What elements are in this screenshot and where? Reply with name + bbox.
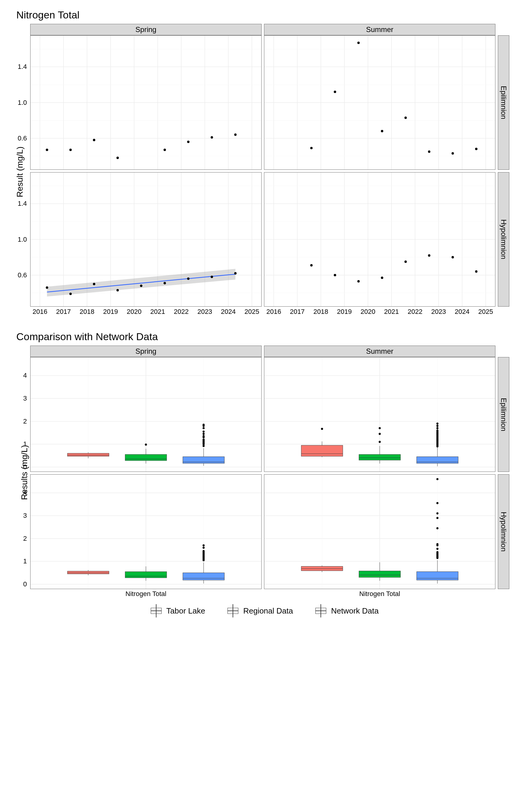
svg-point-127	[203, 439, 205, 441]
svg-point-70	[69, 293, 72, 295]
svg-point-132	[203, 427, 205, 429]
svg-point-71	[93, 283, 96, 285]
svg-rect-145	[301, 445, 343, 456]
svg-point-47	[428, 150, 430, 153]
svg-rect-217	[359, 571, 401, 577]
svg-point-72	[116, 289, 119, 291]
svg-point-130	[203, 433, 205, 435]
svg-point-227	[437, 551, 439, 553]
svg-point-100	[428, 255, 430, 257]
svg-rect-149	[359, 454, 401, 460]
svg-point-17	[46, 149, 48, 151]
svg-rect-116	[125, 454, 167, 460]
svg-point-174	[437, 423, 439, 425]
svg-point-118	[145, 444, 147, 446]
svg-rect-220	[417, 571, 458, 580]
svg-point-43	[334, 90, 336, 93]
chart2-container: Comparison with Network Data Results (mg…	[12, 331, 516, 589]
svg-point-131	[203, 430, 205, 432]
panel2-summer-epi	[264, 357, 496, 472]
facet-row-hypo: Hypolimnion	[498, 172, 509, 307]
facet2-row-hypo: Hypolimnion	[498, 474, 509, 589]
svg-point-122	[203, 445, 205, 447]
svg-point-152	[379, 433, 381, 435]
svg-point-24	[234, 134, 237, 136]
svg-point-45	[381, 130, 383, 132]
facet-row-epi: Epilimnion	[498, 35, 509, 170]
chart1-ylabel: Result (mg/L)	[15, 146, 25, 197]
legend: Tabor Lake Regional Data Network Data	[12, 604, 516, 617]
legend-regional: Regional Data	[226, 604, 293, 617]
xcat-sh: Nitrogen Total	[31, 590, 261, 598]
svg-rect-188	[125, 571, 167, 577]
panel2-spring-hypo: 01234 Nitrogen Total	[30, 474, 262, 589]
svg-rect-155	[417, 457, 458, 463]
svg-point-172	[437, 427, 439, 429]
svg-point-147	[321, 428, 323, 430]
svg-point-95	[310, 264, 313, 266]
svg-point-98	[381, 277, 383, 279]
svg-point-42	[310, 147, 313, 149]
svg-point-44	[357, 42, 360, 44]
svg-point-22	[187, 140, 189, 143]
svg-point-48	[451, 152, 454, 155]
xcat-suh: Nitrogen Total	[264, 590, 495, 598]
svg-point-19	[93, 139, 96, 141]
svg-rect-191	[183, 573, 224, 580]
svg-marker-67	[47, 269, 236, 297]
legend-network: Network Data	[314, 604, 379, 617]
svg-point-76	[210, 276, 213, 278]
facet2-col-summer: Summer	[264, 346, 496, 357]
svg-point-151	[379, 441, 381, 443]
svg-rect-120	[183, 457, 224, 463]
chart2-title: Comparison with Network Data	[16, 331, 516, 343]
panel2-summer-hypo: Nitrogen Total	[264, 474, 496, 589]
svg-point-23	[210, 136, 213, 139]
panel-summer-epi	[264, 35, 496, 170]
svg-point-129	[203, 435, 205, 437]
svg-point-18	[69, 149, 72, 151]
svg-point-201	[203, 550, 205, 552]
svg-point-153	[379, 427, 381, 429]
svg-point-134	[203, 424, 205, 426]
svg-point-101	[451, 256, 454, 259]
svg-point-233	[437, 512, 439, 514]
facet-col-spring: Spring	[30, 24, 262, 35]
svg-point-77	[234, 272, 237, 275]
chart1-title: Nitrogen Total	[16, 9, 516, 21]
legend-tabor: Tabor Lake	[149, 604, 205, 617]
svg-point-73	[140, 285, 142, 287]
svg-point-74	[163, 282, 166, 284]
panel-spring-epi: 0.61.01.4	[30, 35, 262, 170]
svg-point-102	[475, 270, 478, 273]
panel2-spring-epi: 01234	[30, 357, 262, 472]
panel-summer-hypo: 2016201720182019202020212022202320242025	[264, 172, 496, 307]
svg-point-173	[437, 425, 439, 427]
svg-point-232	[437, 517, 439, 519]
svg-point-20	[116, 157, 119, 159]
svg-point-230	[437, 543, 439, 545]
svg-rect-113	[67, 453, 109, 456]
svg-point-171	[437, 429, 439, 431]
facet2-col-spring: Spring	[30, 346, 262, 357]
svg-point-231	[437, 527, 439, 529]
svg-rect-185	[67, 571, 109, 574]
svg-point-21	[163, 149, 166, 151]
svg-point-228	[437, 548, 439, 550]
svg-point-235	[437, 478, 439, 480]
facet2-row-epi: Epilimnion	[498, 357, 509, 472]
svg-line-68	[47, 274, 236, 292]
svg-point-46	[404, 117, 407, 119]
svg-point-75	[187, 277, 189, 280]
panel-spring-hypo: 0.61.01.4 201620172018201920202021202220…	[30, 172, 262, 307]
svg-point-97	[357, 280, 360, 282]
svg-point-203	[203, 544, 205, 546]
svg-point-202	[203, 546, 205, 549]
svg-point-96	[334, 274, 336, 277]
svg-point-69	[46, 286, 48, 289]
svg-point-234	[437, 502, 439, 504]
chart1-container: Nitrogen Total Result (mg/L) Spring Summ…	[12, 9, 516, 307]
facet-col-summer: Summer	[264, 24, 496, 35]
svg-point-49	[475, 148, 478, 150]
svg-point-99	[404, 260, 407, 263]
